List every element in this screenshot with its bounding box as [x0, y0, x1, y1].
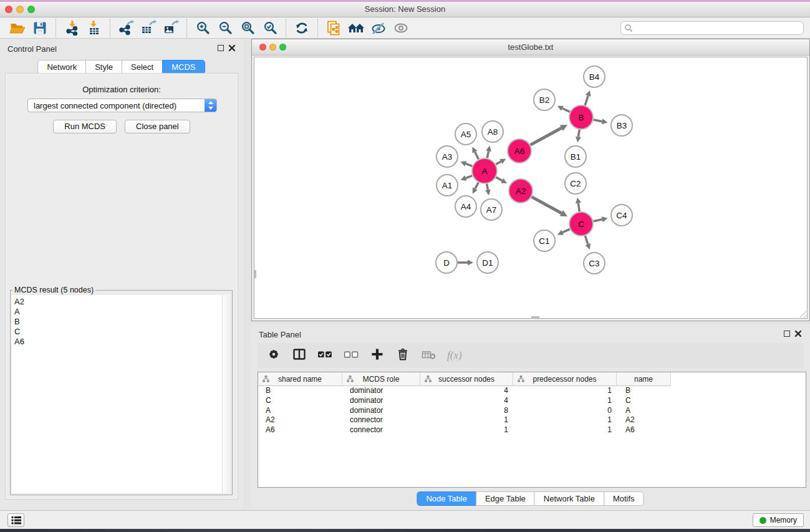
run-mcds-button[interactable]: Run MCDS — [53, 120, 117, 133]
refresh-button[interactable] — [291, 19, 313, 37]
cell-predecessor_nodes[interactable]: 1 — [513, 386, 617, 396]
node-A6[interactable]: A6 — [508, 139, 531, 163]
node-A3[interactable]: A3 — [436, 146, 458, 167]
node-A[interactable]: A — [472, 158, 497, 183]
cell-name[interactable]: A2 — [617, 415, 671, 425]
export-image-button[interactable] — [160, 19, 182, 37]
vertical-scroll-thumb[interactable] — [254, 270, 256, 278]
column-header-mcds-role[interactable]: MCDS role — [342, 372, 420, 386]
cell-name[interactable]: B — [617, 386, 671, 396]
edge-B-B3[interactable] — [594, 118, 608, 124]
function-button[interactable]: f(x) — [447, 349, 462, 362]
node-B1[interactable]: B1 — [565, 146, 586, 167]
edge-A-A3[interactable] — [460, 161, 472, 166]
node-A1[interactable]: A1 — [436, 175, 458, 196]
edge-A2-C[interactable] — [532, 197, 568, 216]
cell-successor_nodes[interactable]: 8 — [420, 406, 513, 416]
cell-mcds_role[interactable]: dominator — [342, 406, 420, 416]
network-canvas[interactable]: AA1A2A3A4A5A6A7A8BB1B2B3B4CC1C2C3C4DD1 — [254, 57, 808, 319]
float-table-panel-icon[interactable] — [784, 331, 790, 337]
export-network-button[interactable] — [115, 19, 137, 37]
column-header-successor-nodes[interactable]: successor nodes — [420, 372, 513, 386]
node-D[interactable]: D — [436, 252, 457, 273]
cell-mcds_role[interactable]: dominator — [342, 396, 420, 406]
cell-successor_nodes[interactable]: 1 — [420, 415, 513, 425]
mcds-result-item[interactable]: B — [14, 317, 231, 327]
cell-name[interactable]: A6 — [617, 425, 671, 435]
cell-mcds_role[interactable]: connector — [342, 425, 420, 435]
table-row[interactable]: Bdominator41B — [258, 386, 806, 396]
node-A8[interactable]: A8 — [482, 121, 503, 142]
node-A7[interactable]: A7 — [481, 199, 502, 220]
edge-A-A6[interactable] — [496, 158, 506, 164]
edge-A-A5[interactable] — [472, 147, 478, 160]
float-panel-icon[interactable] — [218, 45, 224, 51]
add-button[interactable] — [370, 347, 385, 364]
edge-B-B2[interactable] — [557, 106, 570, 112]
zoom-in-button[interactable] — [191, 19, 214, 37]
table-row[interactable]: Cdominator41C — [258, 396, 806, 406]
import-network-button[interactable] — [60, 19, 83, 37]
homes-button[interactable] — [345, 19, 367, 37]
optimization-dropdown[interactable]: largest connected component (directed) — [27, 99, 217, 112]
delete-table-button[interactable] — [421, 347, 436, 364]
delete-button[interactable] — [395, 347, 410, 364]
zoom-fit-button[interactable] — [236, 19, 259, 37]
node-B[interactable]: B — [569, 105, 593, 129]
close-panel-button[interactable]: Close panel — [125, 120, 190, 133]
deselect-all-button[interactable] — [344, 347, 359, 364]
cell-successor_nodes[interactable]: 4 — [420, 396, 513, 406]
cell-successor_nodes[interactable]: 4 — [420, 386, 513, 396]
dropdown-stepper-icon[interactable] — [205, 99, 216, 112]
scrollbar-track[interactable] — [222, 295, 231, 493]
cell-shared_name[interactable]: C — [258, 396, 342, 406]
node-C3[interactable]: C3 — [584, 253, 605, 274]
edge-A-A1[interactable] — [460, 175, 472, 180]
columns-button[interactable] — [292, 347, 307, 364]
zoom-out-button[interactable] — [214, 19, 236, 37]
column-header-predecessor-nodes[interactable]: predecessor nodes — [513, 372, 617, 386]
memory-button[interactable]: Memory — [753, 513, 804, 527]
search-input[interactable] — [633, 23, 800, 33]
node-B3[interactable]: B3 — [611, 115, 632, 136]
cell-predecessor_nodes[interactable]: 1 — [513, 425, 617, 435]
tab-mcds[interactable]: MCDS — [162, 60, 205, 74]
edge-A-A7[interactable] — [485, 184, 491, 196]
table-row[interactable]: Adominator80A — [258, 406, 806, 416]
node-A2[interactable]: A2 — [509, 179, 533, 203]
tab-edge-table[interactable]: Edge Table — [476, 491, 535, 506]
edge-C-C2[interactable] — [576, 198, 581, 211]
node-C[interactable]: C — [569, 212, 593, 236]
cell-name[interactable]: C — [617, 396, 671, 406]
tab-network[interactable]: Network — [37, 60, 86, 74]
column-header-name[interactable]: name — [617, 372, 671, 386]
tab-select[interactable]: Select — [122, 60, 163, 74]
task-history-button[interactable] — [7, 513, 24, 527]
table-row[interactable]: A6connector11A6 — [258, 425, 806, 435]
search-box[interactable] — [620, 21, 804, 35]
close-table-panel-icon[interactable] — [794, 330, 802, 337]
cell-predecessor_nodes[interactable]: 1 — [513, 415, 617, 425]
edge-C-C4[interactable] — [594, 216, 608, 222]
table-row[interactable]: A2connector11A2 — [258, 415, 806, 425]
tab-motifs[interactable]: Motifs — [604, 491, 644, 506]
cell-mcds_role[interactable]: dominator — [342, 386, 420, 396]
cell-mcds_role[interactable]: connector — [342, 415, 420, 425]
show-hide-button[interactable] — [390, 19, 412, 37]
edge-A-A8[interactable] — [486, 146, 491, 158]
mcds-result-item[interactable]: A — [14, 307, 231, 317]
cell-shared_name[interactable]: A2 — [258, 415, 342, 425]
edge-A6-B[interactable] — [531, 125, 567, 145]
import-table-button[interactable] — [83, 19, 105, 37]
tab-style[interactable]: Style — [85, 60, 122, 74]
node-C4[interactable]: C4 — [611, 205, 632, 226]
node-B4[interactable]: B4 — [584, 66, 605, 87]
cell-shared_name[interactable]: B — [258, 386, 342, 396]
node-D1[interactable]: D1 — [477, 252, 498, 273]
cell-name[interactable]: A — [617, 406, 671, 416]
cell-shared_name[interactable]: A — [258, 406, 342, 416]
cell-shared_name[interactable]: A6 — [258, 425, 342, 435]
mcds-result-item[interactable]: A6 — [14, 337, 231, 347]
node-A5[interactable]: A5 — [455, 123, 476, 145]
edge-A-A2[interactable] — [496, 177, 507, 183]
